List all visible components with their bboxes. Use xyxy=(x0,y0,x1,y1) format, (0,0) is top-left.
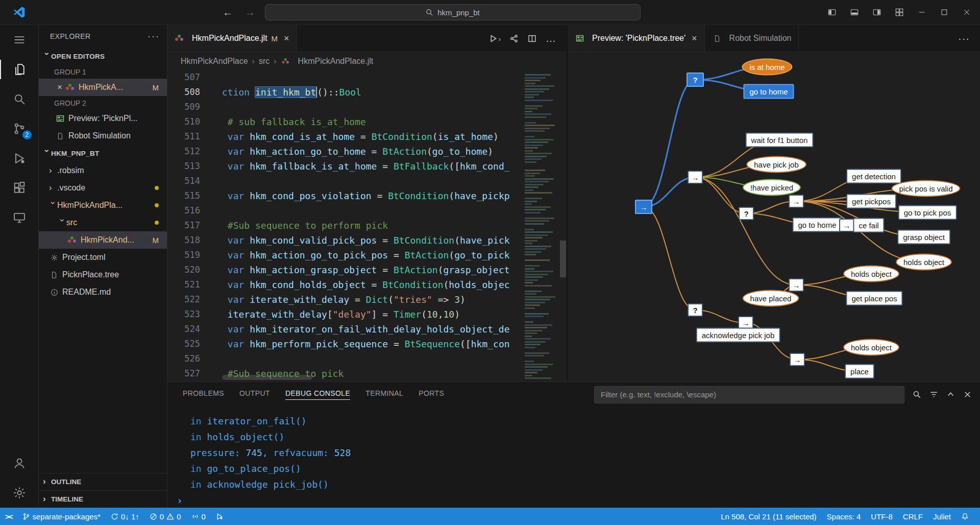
section-header-open-editors[interactable]: ›OPEN EDITORS xyxy=(39,47,167,65)
tree-node-wait-for-f1-button[interactable]: wait for f1 button xyxy=(746,133,814,148)
explorer-item-vscode[interactable]: ›.vscode xyxy=(39,179,167,197)
tree-node-pick-pos-is-valid[interactable]: pick pos is valid xyxy=(891,180,960,197)
close-panel-icon[interactable] xyxy=(963,390,972,399)
code-line-516[interactable]: 516 xyxy=(167,203,516,218)
more-actions-icon[interactable]: ··· xyxy=(958,33,970,44)
explorer-item-robsim[interactable]: ›.robsim xyxy=(39,162,167,179)
git-sync-status[interactable]: 0↓ 1↑ xyxy=(106,508,144,525)
menu-icon[interactable] xyxy=(0,25,39,55)
panel-tab-output[interactable]: OUTPUT xyxy=(239,389,270,400)
horizontal-scrollbar-thumb[interactable] xyxy=(222,375,312,380)
encoding-status[interactable]: UTF-8 xyxy=(866,508,898,525)
code-line-509[interactable]: 509 xyxy=(167,100,516,114)
console-input-row[interactable]: › xyxy=(177,492,980,508)
code-line-522[interactable]: 522 var iterate_with_delay = Dict("tries… xyxy=(167,292,516,307)
run-debug-icon[interactable] xyxy=(0,144,39,173)
account-icon[interactable] xyxy=(0,448,39,478)
explorer-item-project-toml[interactable]: Project.toml xyxy=(39,249,167,266)
code-line-520[interactable]: 520 var hkm_action_grasp_object = BtActi… xyxy=(167,262,516,277)
explorer-item-picknplace-tree[interactable]: PicknPlace.tree xyxy=(39,266,167,283)
explorer-item-readme-md[interactable]: README.md xyxy=(39,283,167,301)
section-header-hkm-pnp-bt[interactable]: ›HKM_PNP_BT xyxy=(39,145,167,162)
tree-node-acknowledge-pick-job[interactable]: acknowledge pick job xyxy=(696,328,780,343)
tree-node-ce-fail[interactable]: ce fail xyxy=(853,218,884,233)
forward-arrow-icon[interactable]: → xyxy=(242,7,258,18)
toggle-primary-sidebar-icon[interactable] xyxy=(822,2,842,22)
sidebar-more-actions[interactable]: ··· xyxy=(148,31,160,42)
tree-node-have-placed[interactable]: have placed xyxy=(743,290,799,307)
maximize-panel-icon[interactable] xyxy=(946,390,955,399)
run-file-button[interactable]: › xyxy=(489,34,501,43)
outline-section-header[interactable]: ›OUTLINE xyxy=(39,473,167,490)
tree-node-holds-object-3[interactable]: holds object xyxy=(843,339,899,356)
panel-tab-problems[interactable]: PROBLEMS xyxy=(183,389,224,400)
remote-explorer-icon[interactable] xyxy=(0,203,39,232)
tree-node-not-have-picked[interactable]: !have picked xyxy=(743,179,801,196)
tab-robot-simulation[interactable]: Robot Simulation xyxy=(705,25,799,52)
timeline-section-header[interactable]: ›TIMELINE xyxy=(39,490,167,508)
explorer-item-hkmpicka[interactable]: ×HkmPickA...M xyxy=(39,79,167,96)
explorer-item-src[interactable]: ›src xyxy=(39,214,167,231)
tree-node-mini-sequence[interactable]: → xyxy=(839,219,854,232)
minimize-button[interactable] xyxy=(912,2,932,22)
tree-node-have-pick-job[interactable]: have pick job xyxy=(746,156,806,173)
breadcrumb-folder[interactable]: HkmPickAndPlace xyxy=(181,57,248,66)
panel-tab-ports[interactable]: PORTS xyxy=(419,389,444,400)
customize-layout-icon[interactable] xyxy=(889,2,910,22)
code-line-514[interactable]: 514 xyxy=(167,174,516,188)
code-line-526[interactable]: 526 xyxy=(167,351,516,366)
settings-gear-icon[interactable] xyxy=(0,478,39,508)
tree-node-place-sequence[interactable]: → xyxy=(789,278,804,292)
minimap[interactable] xyxy=(522,70,559,381)
code-line-517[interactable]: 517 #Sub sequence to perform pick xyxy=(167,218,516,233)
toggle-panel-icon[interactable] xyxy=(844,2,865,22)
tab-hkmpickandplace-jlt[interactable]: HkmPickAndPlace.jlt M × xyxy=(167,25,297,52)
tab-close-icon[interactable]: × xyxy=(284,33,289,44)
eol-status[interactable]: CRLF xyxy=(898,508,928,525)
cursor-position[interactable]: Ln 508, Col 21 (11 selected) xyxy=(716,508,821,525)
explorer-item-preview-picknpl[interactable]: Preview: 'PicknPl... xyxy=(39,110,167,127)
command-center-search[interactable]: hkm_pnp_bt xyxy=(265,4,641,20)
tree-node-is-at-home[interactable]: is at home xyxy=(742,59,792,76)
extensions-icon[interactable] xyxy=(0,173,39,203)
code-line-513[interactable]: 513 var hkm_fallback_is_at_home = BtFall… xyxy=(167,159,516,174)
tree-node-fallback-top[interactable]: ? xyxy=(687,73,704,87)
indentation-status[interactable]: Spaces: 4 xyxy=(822,508,866,525)
debug-status[interactable] xyxy=(211,508,229,525)
explorer-item-group-1[interactable]: GROUP 1 xyxy=(39,65,167,79)
code-line-507[interactable]: 507 xyxy=(167,70,516,85)
back-arrow-icon[interactable]: ← xyxy=(220,7,235,18)
code-line-512[interactable]: 512 var hkm_action_go_to_home = BtAction… xyxy=(167,144,516,159)
search-view-icon[interactable] xyxy=(0,84,39,114)
ports-status[interactable]: 0 xyxy=(186,508,211,525)
code-line-508[interactable]: 508ction init_hkm_bt()::Bool xyxy=(167,85,516,100)
close-editor-icon[interactable]: × xyxy=(55,82,64,92)
explorer-icon[interactable] xyxy=(0,55,39,84)
explorer-item-robot-simulation[interactable]: Robot Simulation xyxy=(39,127,167,145)
close-button[interactable] xyxy=(957,2,977,22)
tree-node-fallback-mid[interactable]: ? xyxy=(739,207,754,220)
code-line-518[interactable]: 518 var hkm_cond_valid_pick_pos = BtCond… xyxy=(167,233,516,248)
console-filter-input[interactable] xyxy=(594,386,904,403)
code-line-519[interactable]: 519 var hkm_action_go_to_pick_pos = BtAc… xyxy=(167,248,516,262)
tree-node-pick-sequence[interactable]: → xyxy=(688,171,703,184)
code-line-524[interactable]: 524 var hkm_iterator_on_fail_with_delay_… xyxy=(167,322,516,337)
notifications-bell[interactable] xyxy=(956,508,974,525)
code-line-510[interactable]: 510 # sub fallback is_at_home xyxy=(167,114,516,129)
explorer-item-hkmpickandpla[interactable]: ›HkmPickAndPla... xyxy=(39,197,167,214)
tree-node-go-to-home-2[interactable]: go to home xyxy=(792,218,842,232)
more-actions-icon[interactable]: … xyxy=(546,33,556,44)
code-line-521[interactable]: 521 var hkm_cond_holds_object = BtCondit… xyxy=(167,277,516,292)
tree-node-get-place-pos[interactable]: get place pos xyxy=(846,291,902,306)
code-line-525[interactable]: 525 var hkm_perform_pick_sequence = BtSe… xyxy=(167,337,516,351)
tree-node-detect-sequence[interactable]: → xyxy=(789,195,804,208)
breadcrumb-folder[interactable]: src xyxy=(259,57,270,66)
explorer-item-hkmpickand[interactable]: HkmPickAnd...M xyxy=(39,231,167,249)
panel-tab-terminal[interactable]: TERMINAL xyxy=(365,389,403,400)
tree-node-grasp-object[interactable]: grasp object xyxy=(897,230,950,245)
language-mode[interactable]: Juliet xyxy=(928,508,956,525)
breadcrumb-file[interactable]: HkmPickAndPlace.jlt xyxy=(298,57,374,66)
git-branch-status[interactable]: separate-packages* xyxy=(17,508,106,525)
tree-node-go-to-home[interactable]: go to home xyxy=(743,84,794,99)
behavior-tree-preview[interactable]: →?is at homego to home→wait for f1 butto… xyxy=(568,52,980,381)
